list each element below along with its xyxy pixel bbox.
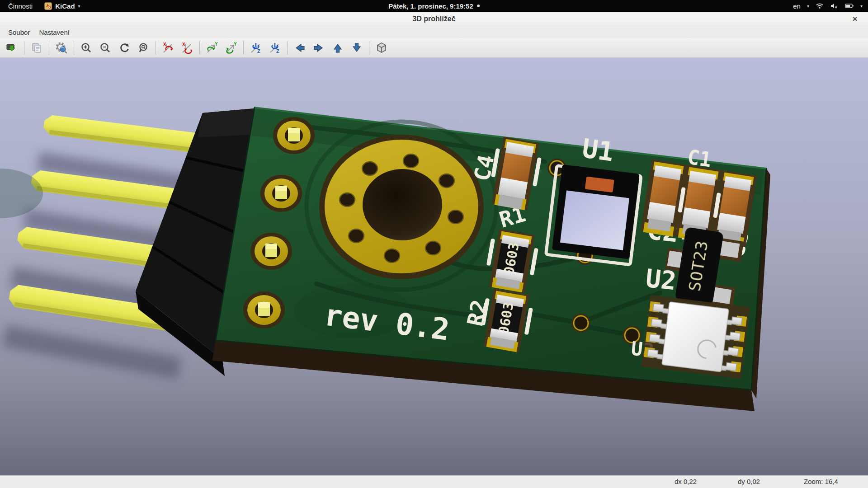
rotate-z-pos-icon: Z — [269, 42, 281, 54]
svg-text:X: X — [163, 42, 166, 47]
status-dy: dy 0,02 — [738, 478, 760, 485]
status-bar: dx 0,22 dy 0,02 Zoom: 16,4 — [0, 475, 868, 488]
redraw-button[interactable] — [115, 39, 133, 56]
copy-image-icon — [31, 42, 42, 54]
render-options-button[interactable] — [52, 39, 71, 56]
svg-text:X: X — [182, 42, 185, 47]
toolbar-separator — [49, 41, 49, 55]
toolbar-separator — [243, 41, 244, 55]
toolbar-separator — [369, 41, 369, 55]
kicad-logo-icon — [44, 2, 52, 10]
gnome-top-bar: Činnosti KiCad ▾ Pátek, 1. prosinec, 9:1… — [0, 0, 868, 12]
reload-board-button[interactable] — [3, 39, 21, 56]
toolbar-separator — [74, 41, 74, 55]
svg-text:Z: Z — [257, 48, 260, 54]
menu-file[interactable]: Soubor — [4, 28, 34, 37]
move-up-icon — [331, 42, 344, 54]
zoom-in-button[interactable] — [77, 39, 95, 56]
reload-board-icon — [5, 42, 18, 54]
clock-label: Pátek, 1. prosinec, 9:19:52 — [388, 2, 473, 10]
app-menu-label: KiCad — [55, 2, 75, 10]
window-title: 3D prohlížeč — [412, 15, 455, 23]
move-right-icon — [312, 42, 325, 54]
toolbar-separator — [156, 41, 156, 55]
rotate-y-pos-icon: Y — [225, 42, 237, 54]
component-u2 — [642, 295, 750, 379]
rotate-y-neg-button[interactable]: Y — [203, 39, 221, 56]
rotate-y-neg-icon: Y — [206, 42, 218, 54]
zoom-fit-icon — [137, 42, 149, 54]
svg-text:Y: Y — [215, 42, 218, 47]
svg-text:Z: Z — [276, 48, 279, 54]
move-down-icon — [350, 42, 363, 54]
keyboard-layout[interactable]: en — [793, 2, 801, 10]
zoom-fit-button[interactable] — [134, 39, 152, 56]
copy-image-button[interactable] — [28, 39, 46, 56]
move-right-button[interactable] — [310, 39, 328, 56]
toolbar-separator — [24, 41, 24, 55]
svg-text:Y: Y — [234, 42, 237, 47]
rotate-z-neg-button[interactable]: Z — [247, 39, 265, 56]
orthographic-projection-button[interactable] — [373, 39, 391, 56]
activities-button[interactable]: Činnosti — [6, 2, 34, 10]
rotate-x-neg-button[interactable]: X — [159, 39, 177, 56]
rotate-z-neg-icon: Z — [250, 42, 262, 54]
move-left-icon — [293, 42, 306, 54]
chevron-down-icon[interactable]: ▾ — [860, 4, 863, 9]
volume-muted-icon — [830, 2, 839, 9]
status-dx: dx 0,22 — [675, 478, 697, 485]
redraw-icon — [118, 42, 130, 54]
wifi-icon — [816, 2, 824, 9]
zoom-out-icon — [99, 42, 111, 54]
silkscreen-u1: U1 — [580, 133, 616, 168]
rotate-x-pos-button[interactable]: X — [178, 39, 196, 56]
toolbar-separator — [199, 41, 200, 55]
toolbar-separator — [287, 41, 288, 55]
close-button[interactable]: × — [848, 12, 862, 26]
move-left-button[interactable] — [291, 39, 309, 56]
orthographic-projection-icon — [375, 42, 388, 54]
app-menu[interactable]: KiCad ▾ — [44, 2, 80, 10]
kicad-3d-viewer-window: Činnosti KiCad ▾ Pátek, 1. prosinec, 9:1… — [0, 0, 868, 488]
window-titlebar: 3D prohlížeč × — [0, 12, 868, 26]
status-zoom: Zoom: 16,4 — [804, 478, 838, 485]
toolbar: X X Y Y — [0, 38, 868, 58]
system-tray[interactable]: en ▾ — [793, 2, 868, 10]
3d-scene: rev 0.2 U1 C4 R1 R2 C1 C2 C3 U2 U3 — [0, 58, 868, 475]
chevron-down-icon: ▾ — [807, 4, 809, 9]
zoom-in-icon — [80, 42, 92, 54]
3d-viewport[interactable]: rev 0.2 U1 C4 R1 R2 C1 C2 C3 U2 U3 — [0, 58, 868, 475]
move-up-button[interactable] — [329, 39, 347, 56]
menu-bar: Soubor Nastavení — [0, 26, 868, 38]
rotate-x-pos-icon: X — [181, 42, 193, 54]
battery-icon — [845, 2, 854, 9]
rotate-z-pos-button[interactable]: Z — [266, 39, 284, 56]
chevron-down-icon: ▾ — [78, 4, 80, 9]
zoom-out-button[interactable] — [96, 39, 114, 56]
move-down-button[interactable] — [348, 39, 366, 56]
mounting-hole — [319, 135, 484, 279]
rotate-y-pos-button[interactable]: Y — [222, 39, 240, 56]
render-options-icon — [55, 41, 68, 55]
menu-settings[interactable]: Nastavení — [34, 28, 74, 37]
rotate-x-neg-icon: X — [162, 42, 175, 54]
record-dot-icon — [477, 5, 480, 7]
clock[interactable]: Pátek, 1. prosinec, 9:19:52 — [388, 2, 480, 10]
